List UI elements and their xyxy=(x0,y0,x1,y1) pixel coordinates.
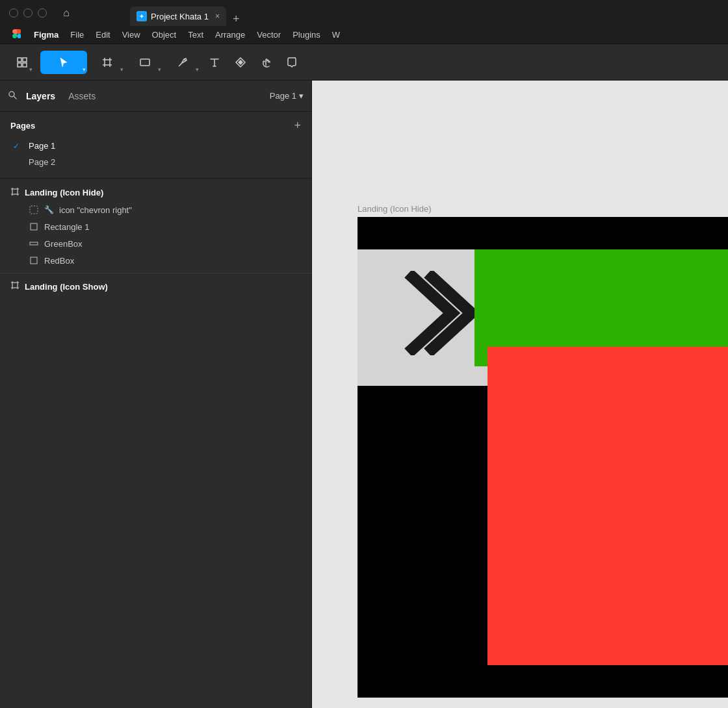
project-tab[interactable]: Project Khata 1 × xyxy=(130,6,226,26)
layer-name-rectangle1: Rectangle 1 xyxy=(44,222,89,232)
layer-item-chevron[interactable]: 🔧 icon "chevron right" xyxy=(0,201,311,218)
traffic-lights xyxy=(9,8,47,18)
page-item-2[interactable]: ✓ Page 2 xyxy=(10,154,301,170)
layer-frame-landing-icon-show[interactable]: Landing (Icon Show) xyxy=(0,277,311,296)
menu-w[interactable]: W xyxy=(327,29,345,41)
frame-name-icon-hide: Landing (Icon Hide) xyxy=(25,188,103,197)
layer-name-redbox: RedBox xyxy=(44,256,74,266)
tab-icon xyxy=(136,11,147,21)
toolbar: ▾ ▾ ▾ ▾ ▾ xyxy=(0,44,728,81)
svg-rect-7 xyxy=(30,206,38,214)
close-button[interactable] xyxy=(9,8,18,18)
frame-icon xyxy=(10,187,20,198)
chevron-emoji: 🔧 xyxy=(44,205,54,214)
layer-separator xyxy=(0,273,311,273)
pages-section: Pages + ✓ Page 1 ✓ Page 2 xyxy=(0,112,311,179)
shape-chevron-icon: ▾ xyxy=(158,66,161,73)
menu-view[interactable]: View xyxy=(117,29,146,41)
comment-tool-button[interactable] xyxy=(281,51,304,74)
text-tool-button[interactable] xyxy=(203,51,226,74)
svg-rect-2 xyxy=(23,58,27,62)
redbox-icon xyxy=(29,255,39,266)
menu-vector[interactable]: Vector xyxy=(252,29,286,41)
select-tool-button[interactable]: ▾ xyxy=(40,51,87,74)
menu-text[interactable]: Text xyxy=(183,29,209,41)
layer-item-rectangle1[interactable]: Rectangle 1 xyxy=(0,218,311,235)
frame-chevron-icon: ▾ xyxy=(120,66,124,73)
layers-panel: Layers Assets Page 1 ▾ Pages + ✓ Page 1 … xyxy=(0,81,312,708)
pen-tool-button[interactable]: ▾ xyxy=(165,51,200,74)
menu-edit[interactable]: Edit xyxy=(90,29,115,41)
layers-header: Layers Assets Page 1 ▾ xyxy=(0,81,311,112)
svg-rect-1 xyxy=(18,58,21,62)
svg-rect-9 xyxy=(30,242,38,245)
rectangle-icon xyxy=(29,221,39,232)
frame-tool-button[interactable]: ▾ xyxy=(90,51,125,74)
page-selector-label: Page 1 xyxy=(270,91,296,101)
figma-logo[interactable] xyxy=(5,29,27,40)
layer-frame-landing-icon-hide[interactable]: Landing (Icon Hide) xyxy=(0,184,311,201)
assets-tab[interactable]: Assets xyxy=(64,88,99,104)
tools-group: ▾ xyxy=(6,48,38,77)
shape-tool-button[interactable]: ▾ xyxy=(127,51,162,74)
svg-rect-10 xyxy=(31,257,37,264)
pen-chevron-icon: ▾ xyxy=(196,66,199,73)
minimize-button[interactable] xyxy=(23,8,32,18)
frame-artboard xyxy=(358,217,728,698)
hand-tool-button[interactable] xyxy=(255,51,278,74)
greenbox-icon xyxy=(29,238,39,249)
search-icon[interactable] xyxy=(8,90,17,101)
pages-title: Pages xyxy=(10,121,35,131)
menu-plugins[interactable]: Plugins xyxy=(287,29,326,41)
frame-icon-2 xyxy=(10,281,20,292)
component-dashed-icon xyxy=(29,205,39,215)
page-selector-chevron: ▾ xyxy=(299,91,304,101)
canvas-area[interactable]: Landing (Icon Hide) xyxy=(312,81,728,708)
svg-rect-8 xyxy=(31,223,37,230)
menu-arrange[interactable]: Arrange xyxy=(210,29,250,41)
select-chevron-icon: ▾ xyxy=(83,66,86,73)
layers-list: Landing (Icon Hide) 🔧 icon "chevron righ… xyxy=(0,179,311,708)
pages-header: Pages + xyxy=(10,120,301,131)
svg-rect-5 xyxy=(140,59,150,66)
component-tool-button[interactable] xyxy=(229,51,252,74)
svg-rect-3 xyxy=(18,63,21,67)
layer-item-redbox[interactable]: RedBox xyxy=(0,252,311,269)
page-2-spacer: ✓ xyxy=(13,158,23,167)
tab-title: Project Khata 1 xyxy=(151,12,209,21)
grid-tool-button[interactable]: ▾ xyxy=(10,51,34,74)
maximize-button[interactable] xyxy=(38,8,47,18)
page-selector[interactable]: Page 1 ▾ xyxy=(270,91,304,101)
menu-figma[interactable]: Figma xyxy=(29,29,64,41)
main-content: Layers Assets Page 1 ▾ Pages + ✓ Page 1 … xyxy=(0,81,728,708)
layer-name-chevron: icon "chevron right" xyxy=(59,205,132,215)
page-item-1[interactable]: ✓ Page 1 xyxy=(10,138,301,154)
page-check-icon: ✓ xyxy=(13,142,23,151)
frame-name-icon-show: Landing (Icon Show) xyxy=(25,282,108,292)
new-tab-button[interactable]: + xyxy=(233,12,240,26)
frame-label: Landing (Icon Hide) xyxy=(358,204,431,214)
add-page-button[interactable]: + xyxy=(294,120,301,131)
chevron-symbol xyxy=(393,271,478,365)
menu-object[interactable]: Object xyxy=(147,29,182,41)
title-bar: ⌂ Project Khata 1 × + xyxy=(0,0,728,26)
layers-tab[interactable]: Layers xyxy=(22,88,59,104)
menu-bar: Figma File Edit View Object Text Arrange… xyxy=(0,26,728,44)
menu-file[interactable]: File xyxy=(65,29,89,41)
layer-item-greenbox[interactable]: GreenBox xyxy=(0,235,311,252)
page-2-name: Page 2 xyxy=(29,157,55,167)
svg-rect-4 xyxy=(23,63,27,67)
home-button[interactable]: ⌂ xyxy=(57,4,75,22)
tool-chevron-icon: ▾ xyxy=(29,66,32,73)
tab-close-button[interactable]: × xyxy=(215,12,220,21)
layer-name-greenbox: GreenBox xyxy=(44,239,83,249)
red-box xyxy=(488,347,728,665)
svg-point-6 xyxy=(9,92,14,97)
page-1-name: Page 1 xyxy=(29,141,55,151)
